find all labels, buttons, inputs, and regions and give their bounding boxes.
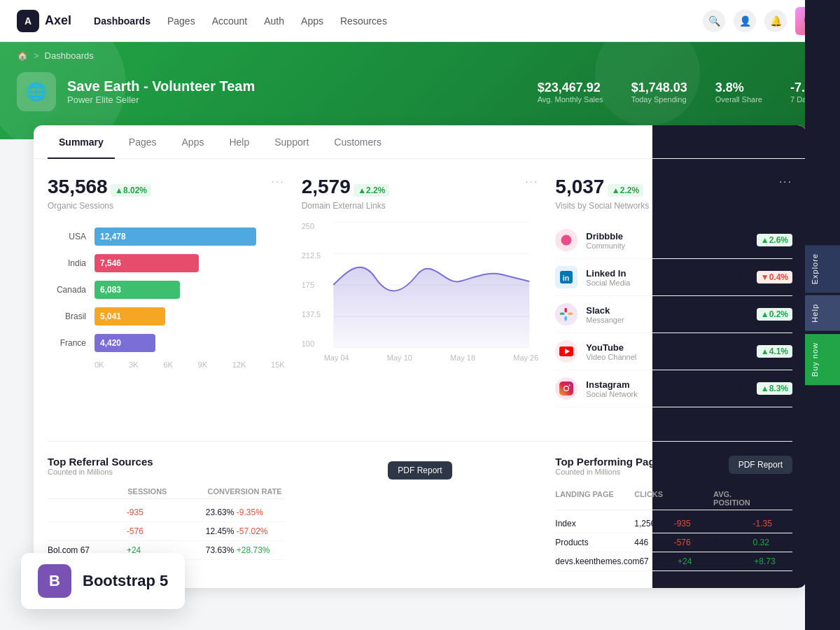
nav-apps[interactable]: Apps xyxy=(301,13,323,29)
linkedin-type: Social Media xyxy=(586,279,711,287)
metric-social-networks: 5,037 ▲2.2% ··· Visits by Social Network… xyxy=(555,176,792,424)
metric1-badge: ▲8.02% xyxy=(111,184,151,197)
referral-conversion-3: 73.63% +28.73% xyxy=(206,545,285,555)
page-clicks-change-2: -576 xyxy=(674,538,713,547)
tab-help[interactable]: Help xyxy=(218,125,260,159)
linkedin-info: Linked In Social Media xyxy=(586,268,711,287)
help-button[interactable]: Help xyxy=(805,295,840,331)
referral-col-sessions: SESSIONS xyxy=(127,487,204,496)
youtube-type: Video Channel xyxy=(586,353,719,361)
dribbble-icon xyxy=(555,229,578,251)
bootstrap-icon: B xyxy=(38,564,71,598)
buy-button[interactable]: Buy now xyxy=(805,334,840,385)
metric3-badge: ▲2.2% xyxy=(608,184,643,197)
home-icon[interactable]: 🏠 xyxy=(17,50,28,61)
referral-sessions-1: -935 xyxy=(127,507,206,517)
social-list: Dribbble Community 579 ▲2.6% in xyxy=(555,222,792,407)
metric2-value: 2,579 xyxy=(302,176,351,197)
breadcrumb: 🏠 > Dashboards xyxy=(17,50,823,61)
bar-container-canada: 6,083 xyxy=(94,281,285,299)
pages-row-3: devs.keenthemes.com 67 +24 7.63 +8.73 xyxy=(555,552,792,571)
linkedin-icon: in xyxy=(555,266,578,288)
nav-resources[interactable]: Resources xyxy=(340,13,387,29)
profile-name: Save Earth - Volunteer Team xyxy=(67,78,255,94)
nav-account[interactable]: Account xyxy=(212,13,248,29)
pages-col-avg-change xyxy=(753,490,792,507)
side-panel: Explore Help Buy now xyxy=(805,0,840,605)
slack-name: Slack xyxy=(586,305,719,316)
bar-container-usa: 12,478 xyxy=(94,227,285,246)
x-label-may10: May 10 xyxy=(387,354,412,362)
bar-row-india: India 7,546 xyxy=(48,254,285,272)
referral-conversion-2: 12.45% -57.02% xyxy=(206,526,285,536)
pages-pdf-btn[interactable]: PDF Report xyxy=(729,456,792,474)
bar-label-brasil: Brasil xyxy=(48,312,86,321)
tab-customers[interactable]: Customers xyxy=(323,125,393,159)
pages-col-clicks: CLICKS xyxy=(634,490,673,507)
linkedin-name: Linked In xyxy=(586,268,711,279)
pages-row-1: Index 1,256 -935 2.63 -1.35 xyxy=(555,514,792,533)
metric1-label: Organic Sessions xyxy=(48,201,285,211)
nav-auth[interactable]: Auth xyxy=(264,13,284,29)
dribbble-name: Dribbble xyxy=(586,231,719,241)
explore-button[interactable]: Explore xyxy=(805,245,840,293)
stat-value-spending: $1,748.03 xyxy=(631,80,687,95)
bar-container-india: 7,546 xyxy=(94,254,285,272)
nav-dashboards[interactable]: Dashboards xyxy=(94,13,150,29)
referral-subtitle: Counted in Millions xyxy=(48,468,285,476)
pages-table-header: LANDING PAGE CLICKS AVG. POSITION xyxy=(555,487,792,510)
slack-info: Slack Messanger xyxy=(586,305,719,324)
metrics-grid: 35,568 ▲8.02% ··· Organic Sessions USA 1… xyxy=(48,176,792,424)
axis-0k: 0K xyxy=(94,360,104,369)
pdf-report-btn[interactable]: PDF Report xyxy=(388,461,451,479)
brand[interactable]: A Axel xyxy=(17,10,71,32)
referral-title: Top Referral Sources xyxy=(48,456,285,468)
social-linkedin: in Linked In Social Media 1,088 ▼0.4% xyxy=(555,259,792,296)
user-menu-button[interactable]: 👤 xyxy=(734,10,756,32)
y-label-212: 212.5 xyxy=(302,251,321,260)
tab-summary[interactable]: Summary xyxy=(48,125,115,159)
referral-table-header: SESSIONS CONVERSION RATE xyxy=(48,484,285,499)
bottom-section: Top Referral Sources Counted in Millions… xyxy=(48,441,792,571)
line-chart-wrapper: 250 212.5 175 137.5 100 xyxy=(302,222,539,362)
notifications-button[interactable]: 🔔 xyxy=(764,10,787,32)
page-name-1: Index xyxy=(555,519,634,528)
metric2-label: Domain External Links xyxy=(302,201,539,211)
metric-organic-sessions: 35,568 ▲8.02% ··· Organic Sessions USA 1… xyxy=(48,176,285,424)
page-clicks-change-3: +24 xyxy=(678,556,716,566)
svg-text:in: in xyxy=(563,274,569,282)
bar-container-brasil: 5,041 xyxy=(94,307,285,326)
pdf-center: PDF Report xyxy=(302,456,539,571)
search-button[interactable]: 🔍 xyxy=(703,10,725,32)
metric1-more[interactable]: ··· xyxy=(271,176,284,188)
y-label-137: 137.5 xyxy=(302,310,321,318)
main-card: Summary Pages Apps Help Support Customer… xyxy=(34,125,806,588)
tab-pages[interactable]: Pages xyxy=(118,125,168,159)
metric2-more[interactable]: ··· xyxy=(525,176,538,188)
linkedin-count: 1,088 xyxy=(720,272,743,283)
instagram-name: Instagram xyxy=(586,379,711,390)
profile-logo: 🌐 xyxy=(17,72,56,111)
nav-pages[interactable]: Pages xyxy=(167,13,195,29)
navbar: A Axel Dashboards Pages Account Auth App… xyxy=(0,0,840,42)
youtube-icon xyxy=(555,340,578,363)
metric3-more[interactable]: ··· xyxy=(779,176,792,188)
page-avg-change-1: -1.35 xyxy=(753,519,792,528)
bootstrap-text: Bootstrap 5 xyxy=(83,572,168,590)
stat-overall-share: 3.8% Overall Share xyxy=(715,80,762,104)
page-name-3: devs.keenthemes.com xyxy=(555,556,639,566)
metric2-badge: ▲2.2% xyxy=(354,184,389,197)
x-label-may18: May 18 xyxy=(450,354,475,362)
stat-label-monthly: Avg. Monthly Sales xyxy=(538,95,603,104)
tab-support[interactable]: Support xyxy=(263,125,320,159)
pages-col-page: LANDING PAGE xyxy=(555,490,634,507)
bar-row-france: France 4,420 xyxy=(48,334,285,352)
bar-label-france: France xyxy=(48,338,86,348)
bar-label-canada: Canada xyxy=(48,285,86,295)
tabs: Summary Pages Apps Help Support Customer… xyxy=(34,125,806,159)
nav-menu: Dashboards Pages Account Auth Apps Resou… xyxy=(94,13,703,29)
svg-rect-14 xyxy=(559,382,573,396)
metric-external-links: 2,579 ▲2.2% ··· Domain External Links 25… xyxy=(302,176,539,424)
tab-apps[interactable]: Apps xyxy=(171,125,216,159)
bar-canada: 6,083 xyxy=(94,281,180,299)
